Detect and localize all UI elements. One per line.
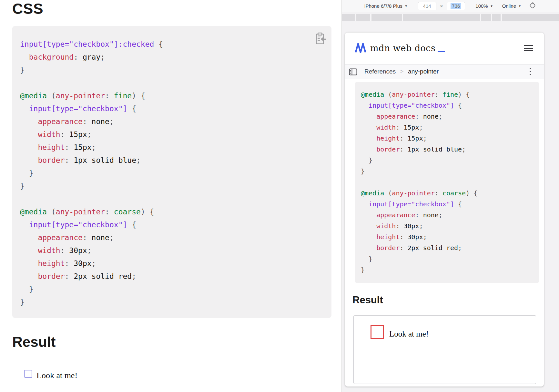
result-section-heading: Result bbox=[12, 334, 56, 350]
code-line: input[type="checkbox"] { bbox=[361, 199, 539, 210]
chevron-down-icon: ▼ bbox=[405, 5, 408, 8]
checkbox-label-phone: Look at me! bbox=[389, 329, 429, 338]
code-line: appearance: none; bbox=[20, 231, 324, 244]
docs-page-desktop: CSS input[type="checkbox"]:checked { bac… bbox=[0, 0, 341, 392]
viewport-height-value: 736 bbox=[451, 3, 461, 9]
checkbox-label: Look at me! bbox=[36, 371, 77, 380]
code-line: appearance: none; bbox=[361, 111, 539, 122]
breadcrumb-current-page: any-pointer bbox=[408, 68, 439, 75]
hamburger-menu-icon[interactable] bbox=[524, 45, 533, 53]
code-line: } bbox=[20, 167, 324, 180]
ruler-divider bbox=[355, 14, 356, 21]
code-line: input[type="checkbox"] { bbox=[20, 218, 324, 231]
screenshot-stage: CSS input[type="checkbox"]:checked { bac… bbox=[0, 0, 559, 392]
code-line: border: 2px solid red; bbox=[20, 270, 324, 283]
result-iframe-desktop: Look at me! bbox=[13, 359, 331, 392]
mdn-mobile-header: mdn web docs bbox=[345, 33, 544, 65]
css-code-block-phone: @media (any-pointer: fine) { input[type=… bbox=[355, 82, 539, 283]
chevron-down-icon: ▼ bbox=[518, 5, 521, 8]
code-line: } bbox=[361, 264, 539, 275]
code-line: height: 30px; bbox=[361, 231, 539, 242]
network-throttle-label: Online bbox=[502, 3, 516, 9]
code-line: width: 15px; bbox=[20, 128, 324, 141]
viewport-width-value: 414 bbox=[423, 3, 431, 9]
code-line: @media (any-pointer: coarse) { bbox=[361, 188, 539, 199]
device-toolbar: iPhone 6/7/8 Plus ▼ 414 × 736 100% ▼ Onl… bbox=[342, 0, 559, 12]
css-code-block-desktop: input[type="checkbox"]:checked { backgro… bbox=[12, 26, 331, 318]
code-line: input[type="checkbox"] { bbox=[20, 102, 324, 115]
code-line: appearance: none; bbox=[361, 210, 539, 220]
code-line: height: 15px; bbox=[20, 141, 324, 154]
code-line: border: 2px solid red; bbox=[361, 242, 539, 253]
device-selector-label: iPhone 6/7/8 Plus bbox=[364, 3, 402, 9]
code-line: appearance: none; bbox=[20, 115, 324, 128]
code-line: height: 30px; bbox=[20, 257, 324, 270]
zoom-selector-label: 100% bbox=[475, 3, 488, 9]
rotate-viewport-icon[interactable] bbox=[528, 1, 537, 11]
code-line: height: 15px; bbox=[361, 133, 539, 144]
mdn-logo[interactable]: mdn web docs bbox=[355, 43, 445, 53]
code-line: @media (any-pointer: coarse) { bbox=[20, 205, 324, 218]
breadcrumb-references-link[interactable]: References bbox=[364, 68, 396, 75]
code-line: } bbox=[361, 253, 539, 264]
code-line: } bbox=[20, 296, 324, 309]
code-line: width: 30px; bbox=[361, 220, 539, 231]
device-selector[interactable]: iPhone 6/7/8 Plus ▼ bbox=[364, 3, 408, 9]
clipboard-copy-icon[interactable] bbox=[313, 32, 327, 45]
breadcrumb-divider bbox=[360, 65, 360, 79]
chevron-down-icon: ▼ bbox=[490, 5, 493, 8]
css-code-phone: @media (any-pointer: fine) { input[type=… bbox=[361, 89, 539, 275]
breadcrumb-bar: References > any-pointer bbox=[345, 65, 544, 79]
ruler-divider bbox=[402, 14, 403, 21]
sidebar-toggle-icon[interactable] bbox=[349, 68, 357, 77]
mdn-logo-underscore bbox=[438, 51, 445, 52]
network-throttle-selector[interactable]: Online ▼ bbox=[502, 3, 521, 9]
result-iframe-phone: Look at me! bbox=[353, 315, 536, 384]
viewport-height-input[interactable]: 736 bbox=[447, 2, 465, 10]
ruler-divider bbox=[501, 14, 502, 21]
code-line: width: 30px; bbox=[20, 244, 324, 257]
result-section-heading-phone: Result bbox=[352, 294, 383, 306]
css-section-heading: CSS bbox=[12, 0, 43, 17]
checkbox-fine-pointer[interactable] bbox=[25, 370, 32, 377]
mdn-logo-text: mdn web docs bbox=[370, 43, 435, 53]
code-line: width: 15px; bbox=[361, 122, 539, 133]
viewport-ruler-strip bbox=[342, 14, 559, 21]
dimension-times-separator: × bbox=[440, 3, 443, 9]
code-line: } bbox=[361, 166, 539, 177]
code-line: input[type="checkbox"]:checked { bbox=[20, 38, 324, 51]
code-line: border: 1px solid blue; bbox=[20, 154, 324, 167]
code-line bbox=[20, 76, 324, 89]
code-line: } bbox=[20, 64, 324, 76]
breadcrumb: References > any-pointer bbox=[364, 68, 439, 75]
code-line: input[type="checkbox"] { bbox=[361, 100, 539, 111]
code-line bbox=[361, 177, 539, 188]
code-line: } bbox=[361, 155, 539, 166]
ruler-divider bbox=[480, 14, 481, 21]
ruler-divider bbox=[491, 14, 492, 21]
code-line bbox=[20, 192, 324, 205]
code-line: border: 1px solid blue; bbox=[361, 144, 539, 155]
code-line: @media (any-pointer: fine) { bbox=[20, 89, 324, 102]
css-code-desktop: input[type="checkbox"]:checked { backgro… bbox=[20, 38, 324, 309]
ruler-divider bbox=[370, 14, 371, 21]
zoom-selector[interactable]: 100% ▼ bbox=[475, 3, 493, 9]
breadcrumb-separator-icon: > bbox=[400, 68, 403, 75]
checkbox-coarse-pointer[interactable] bbox=[371, 325, 384, 339]
mdn-m-icon bbox=[355, 43, 367, 53]
viewport-width-input[interactable]: 414 bbox=[418, 2, 436, 10]
kebab-menu-icon[interactable] bbox=[530, 68, 532, 77]
code-line: background: gray; bbox=[20, 51, 324, 64]
code-line: @media (any-pointer: fine) { bbox=[361, 89, 539, 100]
responsive-design-mode-pane: iPhone 6/7/8 Plus ▼ 414 × 736 100% ▼ Onl… bbox=[341, 0, 559, 392]
code-line: } bbox=[20, 180, 324, 192]
code-line: } bbox=[20, 283, 324, 296]
phone-viewport: mdn web docs bbox=[345, 33, 544, 387]
